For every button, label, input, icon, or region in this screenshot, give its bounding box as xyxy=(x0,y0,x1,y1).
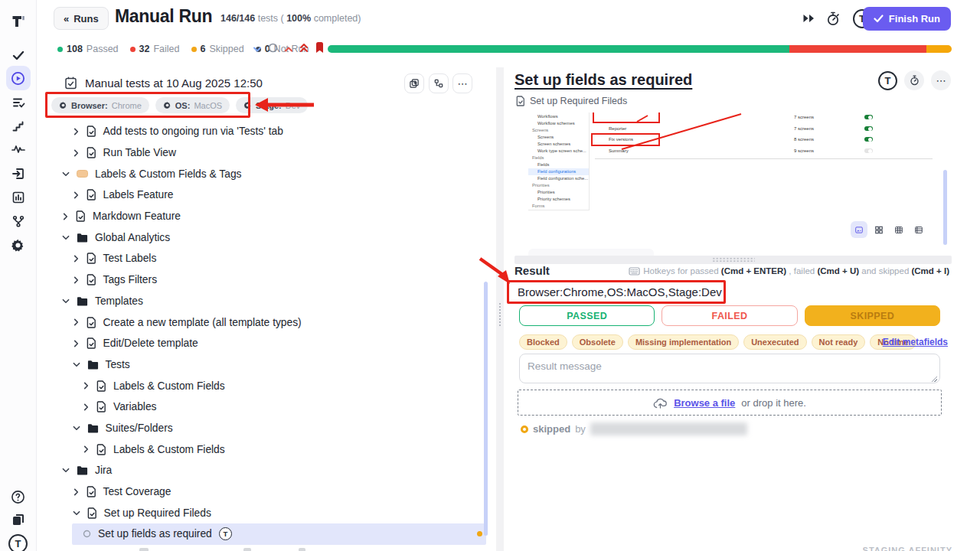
failed-button[interactable]: FAILED xyxy=(662,305,797,326)
chevron-down-icon[interactable] xyxy=(73,425,80,432)
fast-forward-icon[interactable] xyxy=(799,9,818,28)
help-icon[interactable] xyxy=(6,484,31,509)
hierarchy-icon xyxy=(434,78,443,89)
brand-circle-icon[interactable]: T xyxy=(878,71,897,90)
tree-item-label: Set up Required Fileds xyxy=(104,507,211,519)
chevron-down-icon[interactable] xyxy=(62,234,70,241)
collapse-chevron-icon[interactable] xyxy=(253,42,262,56)
docs-icon[interactable] xyxy=(6,507,31,532)
edit-metafields-link[interactable]: Edit metafields xyxy=(883,337,948,347)
timer-button[interactable] xyxy=(904,70,924,90)
tree-scrollbar[interactable] xyxy=(484,282,488,536)
chevron-right-icon[interactable] xyxy=(73,191,80,199)
attachment-preview[interactable]: WorkflowsWorkflow schemesScreensScreensS… xyxy=(514,112,943,220)
env-tag[interactable]: Browser: Chrome xyxy=(51,97,149,113)
metafield-tag[interactable]: Not ready xyxy=(812,334,866,350)
tree-item[interactable]: Templates xyxy=(37,291,496,312)
tree-item[interactable]: Tags Filters xyxy=(37,269,496,291)
env-tag[interactable]: Stage: Dev xyxy=(236,97,308,113)
preview-scrollbar[interactable] xyxy=(943,170,947,245)
double-chevron-up-icon[interactable] xyxy=(299,42,309,56)
chevron-right-icon[interactable] xyxy=(83,403,90,411)
tree-item-label: Markdown Feature xyxy=(93,210,181,222)
back-to-runs-button[interactable]: « Runs xyxy=(54,7,109,30)
env-tag[interactable]: OS: MacOS xyxy=(155,97,230,113)
copy-add-button[interactable] xyxy=(404,73,424,93)
tree-item[interactable]: Labels & Custom Fields xyxy=(37,375,496,396)
import-icon[interactable] xyxy=(6,161,31,186)
tree-item[interactable]: Test Labels xyxy=(37,248,496,269)
tree-item[interactable]: Labels Feature xyxy=(37,184,496,206)
tree-item[interactable]: Markdown Feature xyxy=(37,206,496,227)
circle-filter-icon[interactable] xyxy=(268,42,278,56)
tree-item[interactable]: Edit/Delete template xyxy=(37,333,496,354)
chevron-right-icon[interactable] xyxy=(73,318,80,326)
tree-item[interactable]: Add tests to ongoing run via 'Tests' tab xyxy=(37,121,496,142)
breadcrumb-label: Set up Required Fileds xyxy=(530,96,627,106)
tree-item[interactable]: Set up fields as requiredT xyxy=(72,523,486,545)
chevron-right-icon[interactable] xyxy=(73,340,80,347)
chevron-right-icon[interactable] xyxy=(73,128,80,135)
bookmark-flag-icon[interactable] xyxy=(315,42,325,57)
tree-item[interactable]: Global Analytics xyxy=(37,227,496,248)
chevron-right-icon[interactable] xyxy=(73,488,80,496)
chevron-right-icon[interactable] xyxy=(73,276,80,284)
metafield-tag[interactable]: Unexecuted xyxy=(743,334,806,350)
plans-list-check-icon[interactable] xyxy=(6,90,31,115)
brand-circle-icon[interactable]: T xyxy=(6,531,31,551)
tree-item[interactable]: Run Table View xyxy=(37,142,496,164)
tree-item[interactable]: Labels & Custom Fields & Tags xyxy=(37,163,496,184)
status-stat-failed[interactable]: 32Failed xyxy=(130,44,180,54)
settings-gear-icon[interactable] xyxy=(6,233,31,257)
finish-run-button[interactable]: Finish Run xyxy=(863,7,951,31)
chevron-down-icon[interactable] xyxy=(62,298,70,305)
metafield-tag[interactable]: Blocked xyxy=(519,334,567,350)
tree-item[interactable]: Tests xyxy=(37,354,496,376)
file-dropzone[interactable]: Browse a file or drop it here. xyxy=(518,390,942,416)
view-image-button[interactable] xyxy=(851,221,867,238)
chevron-up-filter-icon[interactable] xyxy=(284,42,293,56)
passed-button[interactable]: PASSED xyxy=(519,305,655,326)
status-stat-passed[interactable]: 108Passed xyxy=(57,44,119,54)
chevron-down-icon[interactable] xyxy=(73,361,80,368)
tests-check-icon[interactable] xyxy=(6,43,31,67)
timer-icon[interactable] xyxy=(824,9,842,28)
reports-chart-icon[interactable] xyxy=(6,185,31,210)
chevron-right-icon[interactable] xyxy=(73,255,80,262)
metafield-tag[interactable]: Obsolete xyxy=(572,334,623,350)
chevron-right-icon[interactable] xyxy=(83,445,90,453)
activity-pulse-icon[interactable] xyxy=(6,137,31,161)
tree-item[interactable]: Jira xyxy=(37,460,496,481)
chevron-down-icon[interactable] xyxy=(62,467,70,474)
browse-file-link[interactable]: Browse a file xyxy=(674,397,735,409)
tree-view-button[interactable] xyxy=(429,73,449,93)
breadcrumb[interactable]: Set up Required Fileds xyxy=(516,96,627,106)
more-options-button[interactable]: ⋯ xyxy=(452,73,472,93)
view-table-button[interactable] xyxy=(890,221,907,238)
app-logo-icon[interactable] xyxy=(6,9,31,34)
chevron-right-icon[interactable] xyxy=(83,382,90,390)
view-grid-button[interactable] xyxy=(871,221,887,238)
tree-item[interactable]: Labels & Custom Fields xyxy=(37,439,496,460)
more-options-button[interactable]: ⋯ xyxy=(931,70,951,90)
runs-play-icon[interactable] xyxy=(6,66,31,90)
tree-item[interactable]: Test Coverage xyxy=(37,481,496,503)
chevron-down-icon[interactable] xyxy=(73,510,80,517)
result-message-input[interactable] xyxy=(519,354,940,383)
gear-icon xyxy=(59,101,67,109)
milestones-stairs-icon[interactable] xyxy=(6,114,31,139)
tree-item[interactable]: Create a new template (all template type… xyxy=(37,311,496,333)
result-splitter[interactable] xyxy=(514,256,952,264)
chevron-down-icon[interactable] xyxy=(62,171,70,178)
status-stat-skipped[interactable]: 6Skipped xyxy=(191,44,244,54)
chevron-right-icon[interactable] xyxy=(62,213,69,220)
view-list-button[interactable] xyxy=(910,221,927,238)
metafield-tag[interactable]: Missing implementation xyxy=(628,334,739,350)
branch-icon[interactable] xyxy=(6,209,31,233)
tree-item[interactable]: Set up Required Fileds xyxy=(37,502,496,523)
panel-splitter[interactable] xyxy=(496,67,504,551)
tree-item[interactable]: Suites/Folders xyxy=(37,418,496,439)
tree-item[interactable]: Variables xyxy=(37,396,496,418)
chevron-right-icon[interactable] xyxy=(73,149,80,157)
skipped-button[interactable]: SKIPPED xyxy=(805,305,940,326)
